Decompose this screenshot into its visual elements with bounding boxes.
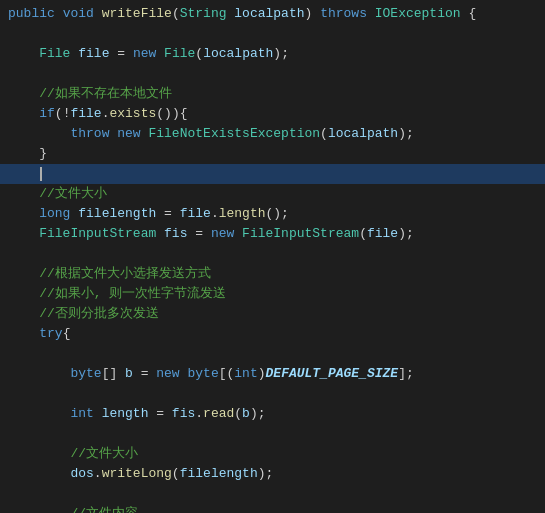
code-line bbox=[0, 24, 545, 44]
code-line: File file = new File(localpath); bbox=[0, 44, 545, 64]
code-editor: public void writeFile(String localpath) … bbox=[0, 0, 545, 513]
code-line: //文件内容 bbox=[0, 504, 545, 513]
code-line bbox=[0, 64, 545, 84]
code-line bbox=[0, 384, 545, 404]
code-line: public void writeFile(String localpath) … bbox=[0, 4, 545, 24]
code-line bbox=[0, 344, 545, 364]
code-line bbox=[0, 484, 545, 504]
code-line: //文件大小 bbox=[0, 184, 545, 204]
code-line bbox=[0, 244, 545, 264]
code-line: //文件大小 bbox=[0, 444, 545, 464]
code-line: throw new FileNotExistsException(localpa… bbox=[0, 124, 545, 144]
code-line: int length = fis.read(b); bbox=[0, 404, 545, 424]
code-line bbox=[0, 424, 545, 444]
code-line bbox=[0, 164, 545, 184]
code-line: } bbox=[0, 144, 545, 164]
code-line: //如果不存在本地文件 bbox=[0, 84, 545, 104]
code-line: long filelength = file.length(); bbox=[0, 204, 545, 224]
code-line: dos.writeLong(filelength); bbox=[0, 464, 545, 484]
code-line: //根据文件大小选择发送方式 bbox=[0, 264, 545, 284]
code-line: byte[] b = new byte[(int)DEFAULT_PAGE_SI… bbox=[0, 364, 545, 384]
code-line: //否则分批多次发送 bbox=[0, 304, 545, 324]
code-line: if(!file.exists()){ bbox=[0, 104, 545, 124]
code-line: //如果小, 则一次性字节流发送 bbox=[0, 284, 545, 304]
code-line: try{ bbox=[0, 324, 545, 344]
code-line: FileInputStream fis = new FileInputStrea… bbox=[0, 224, 545, 244]
